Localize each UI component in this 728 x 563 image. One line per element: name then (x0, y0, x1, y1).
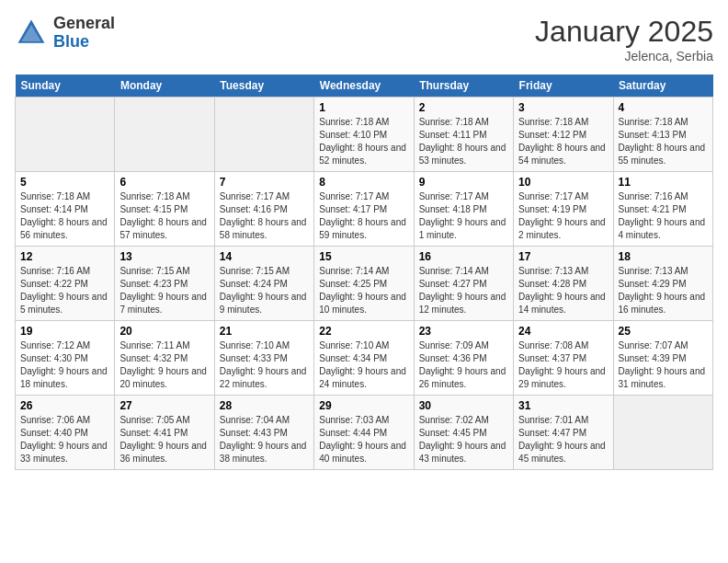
weekday-header-tuesday: Tuesday (214, 75, 313, 98)
calendar-cell: 15Sunrise: 7:14 AM Sunset: 4:25 PM Dayli… (314, 247, 414, 321)
day-number: 29 (319, 399, 408, 412)
day-number: 7 (220, 176, 309, 189)
day-number: 30 (419, 399, 508, 412)
calendar-cell: 24Sunrise: 7:08 AM Sunset: 4:37 PM Dayli… (514, 321, 613, 396)
day-info: Sunrise: 7:14 AM Sunset: 4:27 PM Dayligh… (419, 265, 508, 316)
logo-blue-text: Blue (53, 33, 115, 52)
day-info: Sunrise: 7:17 AM Sunset: 4:16 PM Dayligh… (220, 190, 309, 242)
calendar-cell (115, 98, 214, 172)
calendar-cell (613, 396, 712, 470)
day-info: Sunrise: 7:18 AM Sunset: 4:13 PM Dayligh… (619, 116, 708, 167)
day-info: Sunrise: 7:16 AM Sunset: 4:22 PM Dayligh… (20, 265, 109, 316)
day-number: 28 (220, 399, 309, 412)
calendar-cell: 3Sunrise: 7:18 AM Sunset: 4:12 PM Daylig… (514, 98, 613, 172)
location: Jelenca, Serbia (535, 49, 713, 63)
day-info: Sunrise: 7:15 AM Sunset: 4:24 PM Dayligh… (220, 265, 309, 316)
calendar-row-0: 1Sunrise: 7:18 AM Sunset: 4:10 PM Daylig… (16, 98, 713, 172)
calendar-cell: 22Sunrise: 7:10 AM Sunset: 4:34 PM Dayli… (314, 321, 414, 396)
day-info: Sunrise: 7:10 AM Sunset: 4:34 PM Dayligh… (319, 339, 408, 391)
calendar-cell: 13Sunrise: 7:15 AM Sunset: 4:23 PM Dayli… (115, 247, 214, 321)
day-number: 27 (119, 399, 209, 412)
weekday-header-saturday: Saturday (613, 75, 712, 98)
calendar-cell: 4Sunrise: 7:18 AM Sunset: 4:13 PM Daylig… (613, 98, 712, 172)
day-number: 19 (20, 325, 109, 338)
day-info: Sunrise: 7:10 AM Sunset: 4:33 PM Dayligh… (220, 339, 309, 391)
weekday-header-sunday: Sunday (16, 75, 115, 98)
day-number: 15 (319, 250, 408, 263)
day-info: Sunrise: 7:18 AM Sunset: 4:14 PM Dayligh… (20, 190, 109, 242)
day-number: 25 (619, 325, 708, 338)
day-number: 16 (419, 250, 508, 263)
day-number: 6 (119, 176, 209, 189)
calendar-row-1: 5Sunrise: 7:18 AM Sunset: 4:14 PM Daylig… (16, 172, 713, 247)
calendar-cell: 27Sunrise: 7:05 AM Sunset: 4:41 PM Dayli… (115, 396, 214, 470)
day-info: Sunrise: 7:14 AM Sunset: 4:25 PM Dayligh… (319, 265, 408, 316)
calendar-cell: 29Sunrise: 7:03 AM Sunset: 4:44 PM Dayli… (314, 396, 414, 470)
calendar-cell: 6Sunrise: 7:18 AM Sunset: 4:15 PM Daylig… (115, 172, 214, 247)
day-info: Sunrise: 7:18 AM Sunset: 4:12 PM Dayligh… (518, 116, 608, 167)
calendar-cell: 8Sunrise: 7:17 AM Sunset: 4:17 PM Daylig… (314, 172, 414, 247)
day-info: Sunrise: 7:17 AM Sunset: 4:19 PM Dayligh… (518, 190, 608, 242)
day-number: 12 (20, 250, 109, 263)
day-number: 18 (619, 250, 708, 263)
title-block: January 2025 Jelenca, Serbia (535, 15, 713, 63)
calendar-cell: 26Sunrise: 7:06 AM Sunset: 4:40 PM Dayli… (16, 396, 115, 470)
day-info: Sunrise: 7:17 AM Sunset: 4:18 PM Dayligh… (419, 190, 508, 242)
day-info: Sunrise: 7:01 AM Sunset: 4:47 PM Dayligh… (518, 414, 608, 465)
day-number: 21 (220, 325, 309, 338)
day-number: 11 (619, 176, 708, 189)
day-number: 10 (518, 176, 608, 189)
page-header: General Blue January 2025 Jelenca, Serbi… (15, 15, 713, 63)
day-info: Sunrise: 7:07 AM Sunset: 4:39 PM Dayligh… (619, 339, 708, 391)
day-number: 9 (419, 176, 508, 189)
day-number: 3 (518, 101, 608, 114)
calendar-table: SundayMondayTuesdayWednesdayThursdayFrid… (15, 75, 713, 470)
calendar-header: SundayMondayTuesdayWednesdayThursdayFrid… (16, 75, 713, 98)
day-info: Sunrise: 7:02 AM Sunset: 4:45 PM Dayligh… (419, 414, 508, 465)
day-info: Sunrise: 7:12 AM Sunset: 4:30 PM Dayligh… (20, 339, 109, 391)
calendar-cell: 1Sunrise: 7:18 AM Sunset: 4:10 PM Daylig… (314, 98, 414, 172)
day-info: Sunrise: 7:18 AM Sunset: 4:10 PM Dayligh… (319, 116, 408, 167)
weekday-header-thursday: Thursday (414, 75, 513, 98)
calendar-cell (16, 98, 115, 172)
logo: General Blue (15, 15, 115, 52)
calendar-cell: 19Sunrise: 7:12 AM Sunset: 4:30 PM Dayli… (16, 321, 115, 396)
day-info: Sunrise: 7:06 AM Sunset: 4:40 PM Dayligh… (20, 414, 109, 465)
calendar-body: 1Sunrise: 7:18 AM Sunset: 4:10 PM Daylig… (16, 98, 713, 470)
day-info: Sunrise: 7:11 AM Sunset: 4:32 PM Dayligh… (119, 339, 209, 391)
month-title: January 2025 (535, 15, 713, 49)
calendar-cell: 23Sunrise: 7:09 AM Sunset: 4:36 PM Dayli… (414, 321, 513, 396)
calendar-cell: 12Sunrise: 7:16 AM Sunset: 4:22 PM Dayli… (16, 247, 115, 321)
day-info: Sunrise: 7:17 AM Sunset: 4:17 PM Dayligh… (319, 190, 408, 242)
weekday-header-monday: Monday (115, 75, 214, 98)
day-number: 5 (20, 176, 109, 189)
day-number: 8 (319, 176, 408, 189)
calendar-cell: 7Sunrise: 7:17 AM Sunset: 4:16 PM Daylig… (214, 172, 313, 247)
calendar-cell: 10Sunrise: 7:17 AM Sunset: 4:19 PM Dayli… (514, 172, 613, 247)
calendar-cell: 5Sunrise: 7:18 AM Sunset: 4:14 PM Daylig… (16, 172, 115, 247)
calendar-cell: 11Sunrise: 7:16 AM Sunset: 4:21 PM Dayli… (613, 172, 712, 247)
day-number: 14 (220, 250, 309, 263)
logo-icon (15, 17, 48, 50)
calendar-cell: 9Sunrise: 7:17 AM Sunset: 4:18 PM Daylig… (414, 172, 513, 247)
calendar-cell: 14Sunrise: 7:15 AM Sunset: 4:24 PM Dayli… (214, 247, 313, 321)
logo-general-text: General (53, 15, 115, 33)
calendar-cell: 17Sunrise: 7:13 AM Sunset: 4:28 PM Dayli… (514, 247, 613, 321)
day-number: 4 (619, 101, 708, 114)
calendar-cell: 31Sunrise: 7:01 AM Sunset: 4:47 PM Dayli… (514, 396, 613, 470)
day-number: 24 (518, 325, 608, 338)
day-number: 17 (518, 250, 608, 263)
weekday-header-row: SundayMondayTuesdayWednesdayThursdayFrid… (16, 75, 713, 98)
day-number: 20 (119, 325, 209, 338)
calendar-cell: 20Sunrise: 7:11 AM Sunset: 4:32 PM Dayli… (115, 321, 214, 396)
weekday-header-wednesday: Wednesday (314, 75, 414, 98)
calendar-cell (214, 98, 313, 172)
calendar-cell: 25Sunrise: 7:07 AM Sunset: 4:39 PM Dayli… (613, 321, 712, 396)
day-info: Sunrise: 7:15 AM Sunset: 4:23 PM Dayligh… (119, 265, 209, 316)
day-info: Sunrise: 7:04 AM Sunset: 4:43 PM Dayligh… (220, 414, 309, 465)
day-info: Sunrise: 7:05 AM Sunset: 4:41 PM Dayligh… (119, 414, 209, 465)
calendar-cell: 16Sunrise: 7:14 AM Sunset: 4:27 PM Dayli… (414, 247, 513, 321)
day-info: Sunrise: 7:16 AM Sunset: 4:21 PM Dayligh… (619, 190, 708, 242)
day-number: 22 (319, 325, 408, 338)
calendar-row-4: 26Sunrise: 7:06 AM Sunset: 4:40 PM Dayli… (16, 396, 713, 470)
